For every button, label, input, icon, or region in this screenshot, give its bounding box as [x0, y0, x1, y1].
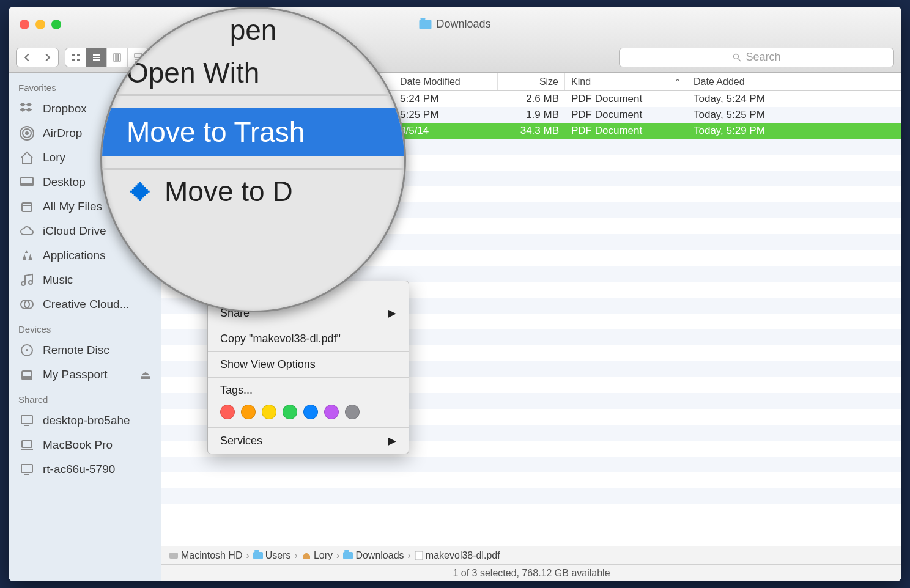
allfiles-icon	[18, 199, 35, 214]
sidebar-item-label: MacBook Pro	[43, 438, 113, 452]
empty-row	[161, 504, 901, 520]
svg-rect-29	[21, 416, 32, 424]
svg-rect-4	[93, 54, 100, 56]
folder-icon	[419, 20, 431, 29]
mag-move-to-trash[interactable]: Move to Trash	[102, 108, 404, 156]
svg-rect-35	[415, 551, 423, 560]
menu-separator	[208, 427, 409, 428]
close-button[interactable]	[20, 20, 29, 29]
svg-rect-9	[119, 54, 120, 61]
tag-color[interactable]	[324, 405, 339, 419]
empty-row	[161, 488, 901, 504]
menu-tags-label[interactable]: Tags...	[208, 381, 409, 400]
path-segment[interactable]: Lory	[301, 550, 333, 561]
svg-rect-19	[21, 183, 33, 186]
list-view-button[interactable]	[86, 48, 107, 67]
svg-rect-3	[77, 59, 80, 61]
svg-rect-31	[22, 441, 32, 447]
tag-color[interactable]	[345, 405, 360, 419]
svg-rect-28	[22, 376, 32, 380]
laptop-icon	[18, 438, 35, 452]
magnifier-overlay: pen Open With Move to Trash ⯁ Move to D	[100, 7, 406, 312]
col-date-modified[interactable]: Date Modified	[394, 73, 498, 90]
path-separator-icon: ›	[408, 550, 411, 561]
home-icon	[18, 150, 35, 165]
col-kind[interactable]: Kind⌃	[565, 73, 687, 90]
tag-color[interactable]	[241, 405, 256, 419]
submenu-arrow-icon: ▶	[388, 306, 396, 320]
sidebar-item-label: iCloud Drive	[43, 224, 106, 238]
menu-services[interactable]: Services▶	[208, 431, 409, 450]
sidebar-item-remote-disc[interactable]: Remote Disc	[9, 338, 161, 362]
sidebar-item-creative-cloud-[interactable]: Creative Cloud...	[9, 292, 161, 317]
sidebar-item-label: Applications	[43, 249, 105, 262]
tag-colors	[208, 400, 409, 424]
sidebar-item-music[interactable]: Music	[9, 268, 161, 292]
column-view-button[interactable]	[107, 48, 128, 67]
title-text: Downloads	[436, 18, 490, 31]
apps-icon	[18, 248, 35, 263]
svg-rect-1	[77, 54, 80, 56]
search-input[interactable]: Search	[619, 48, 894, 67]
col-date-added[interactable]: Date Added	[687, 73, 901, 90]
svg-point-21	[21, 282, 25, 285]
sidebar-item-label: Dropbox	[43, 102, 87, 116]
empty-row	[161, 457, 901, 472]
dropbox-icon: ⯁	[127, 175, 155, 208]
desktop-icon	[18, 175, 35, 189]
sidebar-item-label: AirDrop	[43, 127, 82, 140]
svg-rect-30	[24, 425, 29, 426]
cloud-icon	[18, 224, 35, 238]
path-segment[interactable]: Users	[253, 550, 291, 561]
sidebar-item-label: Lory	[43, 151, 65, 164]
sidebar-item-desktop-bro5ahe[interactable]: desktop-bro5ahe	[9, 408, 161, 433]
icon-view-button[interactable]	[65, 48, 86, 67]
svg-point-26	[26, 349, 28, 351]
computer-icon	[18, 413, 35, 428]
path-segment[interactable]: makevol38-dl.pdf	[415, 550, 500, 561]
sidebar-item-label: All My Files	[43, 200, 102, 213]
path-segment[interactable]: Downloads	[343, 550, 404, 561]
sidebar-item-label: Creative Cloud...	[43, 298, 130, 311]
tag-color[interactable]	[262, 405, 276, 419]
cc-icon	[18, 297, 35, 312]
svg-rect-20	[22, 203, 32, 211]
svg-point-22	[29, 281, 32, 284]
menu-separator	[208, 377, 409, 378]
sidebar-item-my-passport[interactable]: My Passport⏏	[9, 362, 161, 387]
tag-color[interactable]	[283, 405, 297, 419]
minimize-button[interactable]	[35, 20, 45, 29]
sidebar-item-label: Music	[43, 273, 73, 287]
svg-rect-5	[93, 57, 100, 58]
window-controls	[9, 20, 61, 29]
search-icon	[732, 53, 742, 62]
empty-row	[161, 472, 901, 488]
eject-icon[interactable]: ⏏	[140, 368, 151, 382]
status-bar: 1 of 3 selected, 768.12 GB available	[161, 564, 901, 581]
drive-icon	[18, 367, 35, 382]
svg-line-14	[738, 59, 741, 61]
svg-point-15	[25, 131, 29, 135]
tag-color[interactable]	[303, 405, 318, 419]
disc-icon	[18, 343, 35, 358]
finder-window: Downloads Se	[9, 7, 901, 581]
sidebar-item-label: desktop-bro5ahe	[43, 414, 130, 427]
menu-show-view-options[interactable]: Show View Options	[208, 355, 409, 374]
menu-copy[interactable]: Copy "makevol38-dl.pdf"	[208, 329, 409, 348]
col-size[interactable]: Size	[498, 73, 565, 90]
tag-color[interactable]	[220, 405, 235, 419]
menu-separator	[208, 351, 409, 352]
svg-rect-6	[93, 59, 100, 61]
back-button[interactable]	[17, 48, 37, 67]
maximize-button[interactable]	[51, 20, 61, 29]
sidebar-item-macbook-pro[interactable]: MacBook Pro	[9, 433, 161, 457]
menu-separator	[208, 326, 409, 326]
svg-rect-34	[169, 553, 178, 559]
path-separator-icon: ›	[336, 550, 339, 561]
svg-rect-0	[72, 54, 75, 56]
path-segment[interactable]: Macintosh HD	[169, 550, 242, 561]
sidebar-item-label: Remote Disc	[43, 344, 109, 357]
forward-button[interactable]	[37, 48, 58, 67]
svg-rect-32	[21, 465, 32, 472]
sidebar-item-rt-ac66u-5790[interactable]: rt-ac66u-5790	[9, 457, 161, 482]
